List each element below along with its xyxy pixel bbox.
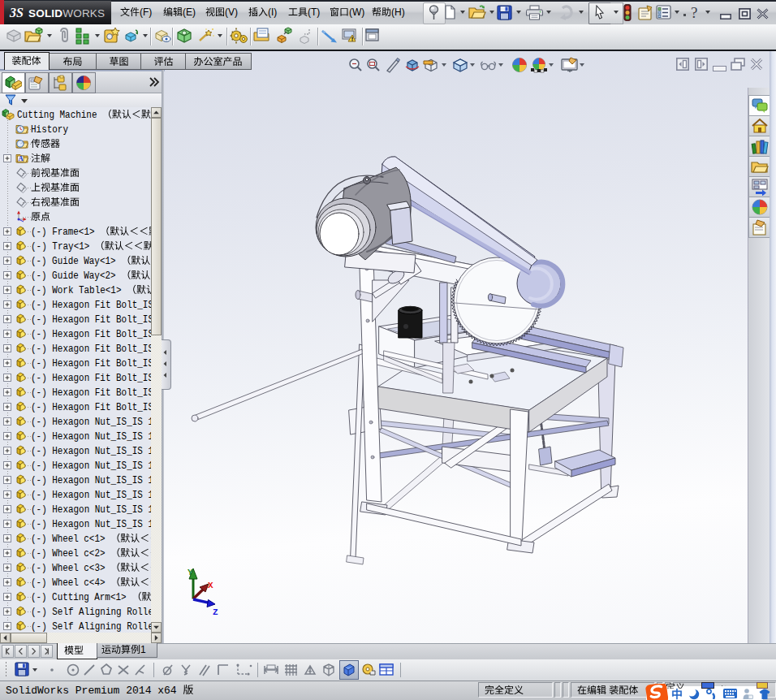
svg-text:3S: 3S (9, 6, 24, 19)
svg-text:(-) Cutting Arm<1>: (-) Cutting Arm<1> (31, 592, 131, 603)
svg-text:(T): (T) (308, 6, 320, 18)
svg-text:(-) Hexagon Nut_IS_IS 1: (-) Hexagon Nut_IS_IS 1 (31, 431, 151, 443)
svg-text:(H): (H) (391, 6, 405, 18)
svg-text:(-) Guide Way<2>: (-) Guide Way<2> (31, 270, 121, 282)
svg-text:SolidWorks Premium 2014 x64: SolidWorks Premium 2014 x64 (6, 685, 183, 696)
svg-text:(W): (W) (349, 6, 364, 18)
svg-text:(I): (I) (268, 6, 277, 18)
svg-text:Y: Y (188, 568, 193, 577)
svg-text:(-) Frame<1>: (-) Frame<1> (31, 227, 100, 238)
svg-text:(-) Hexagon Fit Bolt_IS: (-) Hexagon Fit Bolt_IS (31, 344, 151, 355)
svg-text:(-) Hexagon Nut_IS_IS 1: (-) Hexagon Nut_IS_IS 1 (31, 490, 151, 501)
svg-text:(-) Hexagon Fit Bolt_IS: (-) Hexagon Fit Bolt_IS (31, 314, 151, 326)
svg-text:(-) Wheel c<4>: (-) Wheel c<4> (31, 577, 110, 589)
svg-text:(-) Self Aligning Rolle: (-) Self Aligning Rolle (31, 607, 151, 618)
svg-text:(-) Hexagon Fit Bolt_IS: (-) Hexagon Fit Bolt_IS (31, 402, 151, 413)
svg-text:(-) Hexagon Fit Bolt_IS: (-) Hexagon Fit Bolt_IS (31, 373, 151, 384)
svg-text:(-) Hexagon Nut_IS_IS 1: (-) Hexagon Nut_IS_IS 1 (31, 417, 151, 428)
svg-text:(-) Wheel c<1>: (-) Wheel c<1> (31, 534, 110, 545)
svg-text:Cutting Machine: Cutting Machine (17, 110, 102, 121)
svg-text:(-) Wheel c<2>: (-) Wheel c<2> (31, 548, 110, 560)
svg-text:Z: Z (213, 607, 218, 617)
svg-text:(-) Hexagon Fit Bolt_IS: (-) Hexagon Fit Bolt_IS (31, 387, 151, 399)
svg-text:(E): (E) (183, 6, 196, 18)
svg-text:(-) Hexagon Nut_IS_IS 1: (-) Hexagon Nut_IS_IS 1 (31, 504, 151, 516)
svg-text:1: 1 (140, 644, 146, 655)
svg-text:X: X (208, 581, 213, 590)
svg-text:History: History (31, 124, 68, 136)
svg-text:(-) Hexagon Fit Bolt_IS: (-) Hexagon Fit Bolt_IS (31, 300, 151, 311)
svg-text:(F): (F) (140, 6, 152, 18)
svg-text:(-) Work Table<1>: (-) Work Table<1> (31, 285, 127, 296)
svg-text:?: ? (691, 4, 697, 21)
svg-text:(-) Wheel c<3>: (-) Wheel c<3> (31, 563, 110, 574)
svg-text:(-) Self Aligning Rolle: (-) Self Aligning Rolle (31, 621, 151, 633)
svg-text:(-) Hexagon Nut_IS_IS 1: (-) Hexagon Nut_IS_IS 1 (31, 460, 151, 472)
svg-text:(-) Tray<1>: (-) Tray<1> (31, 241, 95, 253)
svg-text:(-) Hexagon Nut_IS_IS 1: (-) Hexagon Nut_IS_IS 1 (31, 475, 151, 486)
svg-text:(V): (V) (225, 6, 238, 18)
svg-text:(-) Hexagon Nut_IS_IS 1: (-) Hexagon Nut_IS_IS 1 (31, 446, 151, 457)
svg-text:SOLIDWORKS: SOLIDWORKS (28, 7, 105, 19)
svg-text:(-) Guide Way<1>: (-) Guide Way<1> (31, 256, 121, 267)
svg-text:(-) Hexagon Fit Bolt_IS: (-) Hexagon Fit Bolt_IS (31, 358, 151, 369)
svg-text:(-) Hexagon Nut_IS_IS 1: (-) Hexagon Nut_IS_IS 1 (31, 519, 151, 530)
svg-text:(-) Hexagon Fit Bolt_IS: (-) Hexagon Fit Bolt_IS (31, 329, 151, 340)
